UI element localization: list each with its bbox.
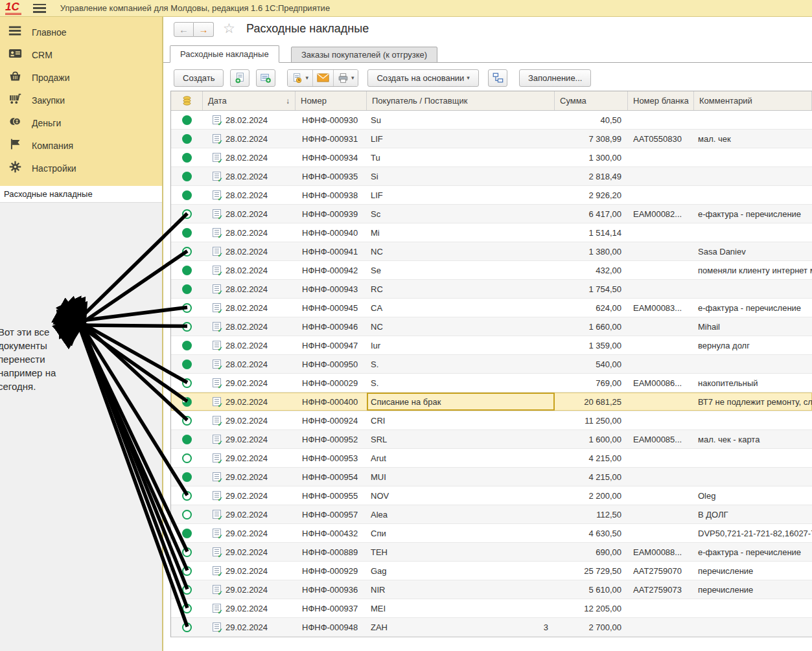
blank-number-cell[interactable] [628,280,694,298]
customer-cell[interactable]: NIR [367,580,555,599]
date-cell[interactable]: 29.02.2024 [203,486,296,505]
table-row[interactable]: 29.02.2024НФНФ-000029S.769,00EAM00086...… [171,374,812,393]
sidebar-item-main[interactable]: Главное [0,21,162,43]
sum-cell[interactable]: 1 300,00 [555,148,628,166]
customer-cell[interactable]: RC [367,280,555,298]
number-cell[interactable]: НФНФ-000952 [296,430,367,448]
status-cell[interactable] [171,355,203,373]
fill-button[interactable]: Заполнение... [519,69,592,87]
date-cell[interactable]: 29.02.2024 [203,430,296,448]
date-cell[interactable]: 29.02.2024 [203,393,296,411]
customer-cell[interactable]: Iur [367,336,555,354]
table-row[interactable]: 28.02.2024НФНФ-000945CA624,00EAM00083...… [171,299,812,317]
number-cell[interactable]: НФНФ-000931 [296,130,367,148]
table-row[interactable]: 28.02.2024НФНФ-000934Tu1 300,00 [171,148,812,167]
status-cell[interactable] [171,130,203,148]
blank-number-cell[interactable]: AAT2759070 [628,562,694,580]
customer-cell[interactable]: CRI [367,411,555,429]
blank-number-cell[interactable]: AAT0550830 [628,130,694,148]
comment-cell[interactable] [694,167,812,185]
blank-number-cell[interactable] [628,167,694,185]
status-cell[interactable] [171,505,203,523]
sum-cell[interactable]: 690,00 [555,543,628,561]
number-cell[interactable]: НФНФ-000942 [296,261,367,279]
date-cell[interactable]: 28.02.2024 [203,205,296,223]
number-cell[interactable]: НФНФ-000929 [296,562,367,580]
customer-cell[interactable]: Se [367,261,555,279]
comment-cell[interactable] [694,280,812,298]
sum-cell[interactable]: 2 818,49 [555,167,628,185]
sum-cell[interactable]: 1 600,00 [555,430,628,448]
date-cell[interactable]: 28.02.2024 [203,167,296,185]
customer-cell[interactable]: NOV [367,486,555,505]
email-button[interactable] [313,70,334,86]
blank-number-cell[interactable]: EAM00086... [628,374,694,392]
customer-cell[interactable]: LIF [367,130,555,148]
comment-cell[interactable]: поменяли клиенту интернет м [694,261,812,279]
status-cell[interactable] [171,317,203,336]
sum-cell[interactable]: 624,00 [555,299,628,317]
table-row[interactable]: 28.02.2024НФНФ-000946NC1 660,00Mihail [171,317,812,336]
table-row[interactable]: 29.02.2024НФНФ-000936NIR5 610,00AAT27590… [171,580,812,599]
date-cell[interactable]: 29.02.2024 [203,599,296,617]
sum-cell[interactable]: 7 308,99 [555,130,628,148]
table-row[interactable]: 29.02.2024НФНФ-000955NOV2 200,00Oleg [171,486,812,505]
print-button[interactable]: ▾ [334,70,358,86]
table-row[interactable]: 29.02.2024НФНФ-000432Спи4 630,50DVP50,72… [171,524,812,543]
blank-number-cell[interactable] [628,449,694,467]
blank-number-cell[interactable] [628,411,694,429]
number-cell[interactable]: НФНФ-000957 [296,505,367,523]
table-row[interactable]: 28.02.2024НФНФ-000940Mi1 514,14 [171,223,812,242]
sum-cell[interactable]: 20 681,25 [555,393,628,411]
sum-cell[interactable]: 4 630,50 [555,524,628,542]
number-cell[interactable]: НФНФ-000938 [296,186,367,204]
date-cell[interactable]: 28.02.2024 [203,355,296,373]
status-cell[interactable] [171,580,203,599]
customer-cell[interactable]: Sc [367,205,555,223]
date-cell[interactable]: 28.02.2024 [203,186,296,204]
date-cell[interactable]: 29.02.2024 [203,562,296,580]
number-cell[interactable]: НФНФ-000947 [296,336,367,354]
customer-cell[interactable]: S. [367,355,555,373]
table-row[interactable]: 28.02.2024НФНФ-000938LIF2 926,20 [171,186,812,205]
sidebar-item-company[interactable]: Компания [0,134,162,157]
comment-cell[interactable]: Oleg [694,486,812,505]
date-cell[interactable]: 29.02.2024 [203,524,296,542]
blank-number-cell[interactable] [628,486,694,505]
status-cell[interactable] [171,374,203,392]
status-cell[interactable] [171,242,203,260]
date-cell[interactable]: 28.02.2024 [203,130,296,148]
table-row[interactable]: 29.02.2024НФНФ-000924CRI11 250,00 [171,411,812,430]
comment-cell[interactable]: Mihail [694,317,812,336]
comment-cell[interactable]: мал. чек - карта [694,430,812,448]
number-cell[interactable]: НФНФ-000946 [296,317,367,336]
table-row[interactable]: 28.02.2024НФНФ-000931LIF7 308,99AAT05508… [171,130,812,148]
blank-number-cell[interactable]: EAM00088... [628,543,694,561]
table-row[interactable]: 28.02.2024НФНФ-000943RC1 754,50 [171,280,812,299]
column-header-sum[interactable]: Сумма [555,91,628,110]
status-cell[interactable] [171,524,203,542]
blank-number-cell[interactable] [628,317,694,336]
blank-number-cell[interactable] [628,242,694,260]
sum-cell[interactable]: 25 729,50 [555,562,628,580]
number-cell[interactable]: НФНФ-000432 [296,524,367,542]
blank-number-cell[interactable] [628,468,694,486]
table-row[interactable]: 29.02.2024НФНФ-000400Списание на брак20 … [171,393,812,411]
sum-cell[interactable]: 1 359,00 [555,336,628,354]
customer-cell[interactable]: ZAH3 [367,618,555,636]
number-cell[interactable]: НФНФ-000889 [296,543,367,561]
date-cell[interactable]: 29.02.2024 [203,374,296,392]
customer-cell[interactable]: Alea [367,505,555,523]
comment-cell[interactable]: ВТ7 не подлежит ремонту, сл [694,393,812,411]
table-row[interactable]: 28.02.2024НФНФ-000930Su40,50 [171,111,812,130]
date-cell[interactable]: 29.02.2024 [203,449,296,467]
date-cell[interactable]: 28.02.2024 [203,223,296,242]
comment-cell[interactable]: е-фактура - перечисление [694,205,812,223]
sum-cell[interactable]: 4 215,00 [555,449,628,467]
number-cell[interactable]: НФНФ-000400 [296,393,367,411]
comment-cell[interactable]: перечисление [694,562,812,580]
sum-cell[interactable]: 1 660,00 [555,317,628,336]
blank-number-cell[interactable]: AAT2759073 [628,580,694,599]
status-cell[interactable] [171,486,203,505]
table-row[interactable]: 29.02.2024НФНФ-000948ZAH32 700,00 [171,618,812,637]
